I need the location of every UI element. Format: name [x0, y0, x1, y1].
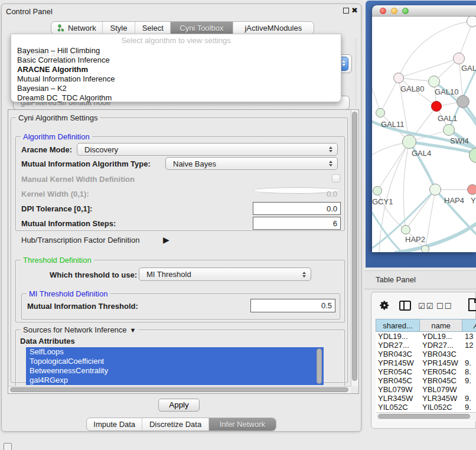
restore-icon[interactable] [343, 8, 349, 14]
table-row[interactable]: YBR045CYBR045C9. [376, 376, 476, 385]
tab-network[interactable]: Network [51, 22, 102, 34]
attribute-list-scrollbar[interactable] [317, 348, 322, 384]
table-row[interactable]: YPR145WYPR145W9. [376, 358, 476, 367]
attribute-item-selected[interactable]: gal4RGexp [26, 376, 324, 385]
which-threshold-value: MI Threshold [139, 270, 298, 279]
network-window-titlebar[interactable] [372, 5, 476, 17]
cell-value [462, 350, 465, 358]
node[interactable] [421, 245, 429, 252]
dpi-tolerance-field[interactable]: 0.0 [253, 202, 341, 215]
attribute-item-selected[interactable]: SelfLoops [26, 347, 324, 357]
tab-cyni-toolbox[interactable]: Cyni Toolbox [170, 22, 233, 34]
tab-infer-network[interactable]: Infer Network [208, 418, 276, 431]
close-icon[interactable]: ✖ [351, 6, 358, 15]
aracne-mode-combobox[interactable]: Discovery [77, 143, 338, 156]
node-label: GAL4 [412, 149, 431, 158]
table-row[interactable]: YDL19...YDL19...13 [376, 332, 476, 341]
algorithm-option[interactable]: Bayesian – K2 [17, 84, 67, 93]
algorithm-option[interactable]: Basic Correlation Inference [17, 56, 110, 65]
node-label: GCY1 [372, 197, 393, 206]
attribute-item-selected[interactable]: TopologicalCoefficient [26, 357, 324, 366]
node-label: HAP4 [444, 196, 464, 205]
tab-style[interactable]: Style [102, 22, 135, 34]
select-all-icon[interactable]: ☑☑ [418, 302, 434, 311]
network-window[interactable]: GAL GAL80 GAL10 GAL1 GAL11 SWI4 GAL4 GCY… [372, 5, 476, 252]
mi-steps-field[interactable]: 6 [253, 217, 341, 230]
network-edges [372, 17, 476, 252]
algorithm-option[interactable]: Bayesian – Hill Climbing [17, 46, 100, 56]
algorithm-option-selected[interactable]: ARACNE Algorithm [17, 65, 88, 74]
mac-close-icon[interactable] [380, 8, 386, 14]
cell-name: YDL19... [420, 332, 462, 341]
table-row[interactable]: YBL079WYBL079W [376, 385, 476, 394]
settings-hscrollbar-thumb[interactable] [10, 387, 348, 392]
tab-infer-network-label: Infer Network [220, 420, 265, 429]
node-gal4[interactable] [402, 135, 416, 149]
node-label: GAL10 [435, 87, 458, 96]
panel-grip-icon[interactable] [4, 443, 12, 450]
column-header-name[interactable]: name [419, 319, 462, 332]
tab-select[interactable]: Select [135, 22, 170, 34]
node-gal80[interactable] [393, 73, 404, 83]
sources-title-row[interactable]: Sources for Network Inference ▼ [21, 325, 138, 334]
table-row[interactable]: YLR345WYLR345W9. [376, 394, 476, 403]
cell-value: 9. [462, 358, 471, 367]
algorithm-option[interactable]: Dream8 DC_TDC Algorithm [17, 93, 112, 103]
dpi-tolerance-label: DPI Tolerance [0,1]: [21, 204, 92, 213]
node[interactable] [453, 53, 465, 64]
expand-right-icon[interactable]: ▶ [163, 235, 169, 244]
node-gal11[interactable] [376, 108, 385, 118]
cell-name: YIL052C [420, 403, 462, 412]
node-gal1-selected[interactable] [431, 101, 442, 112]
node[interactable] [467, 184, 476, 195]
cell-shared: YIL052C [376, 403, 420, 412]
settings-vscrollbar-thumb[interactable] [352, 112, 357, 381]
file-icon[interactable] [468, 298, 476, 314]
node-swi4[interactable] [443, 124, 455, 136]
window-title: Control Panel [6, 7, 53, 16]
node-gal10[interactable] [428, 76, 440, 87]
apply-button[interactable]: Apply [158, 399, 200, 412]
table-hscrollbar-thumb[interactable] [378, 414, 470, 419]
gear-icon[interactable] [379, 300, 390, 312]
node-hap2[interactable] [401, 225, 410, 234]
which-threshold-combobox[interactable]: MI Threshold [139, 268, 311, 281]
table-row[interactable]: YBR043CYBR043C [376, 350, 476, 358]
tab-discretize-data[interactable]: Discretize Data [142, 418, 208, 431]
attribute-item-selected[interactable]: BetweennessCentrality [26, 366, 324, 376]
tab-impute-data[interactable]: Impute Data [87, 418, 142, 431]
node-hap4[interactable] [429, 184, 441, 195]
manual-kernel-checkbox[interactable] [332, 174, 340, 182]
node-label: SWI4 [450, 136, 469, 145]
tab-discretize-data-label: Discretize Data [149, 420, 201, 429]
node-label: GAL80 [400, 84, 424, 93]
tab-jactivemnodules[interactable]: jActiveMNodules [233, 22, 314, 34]
cell-name: YBL079W [420, 385, 462, 394]
mac-zoom-icon[interactable] [402, 8, 409, 14]
node-label: HAP2 [405, 235, 425, 244]
node[interactable] [467, 17, 476, 27]
cell-name: YLR345W [420, 394, 462, 403]
deselect-all-icon[interactable]: ☐☐ [436, 302, 452, 311]
kernel-width-field[interactable]: 0.0 [253, 187, 341, 194]
table-row[interactable]: YIL052CYIL052C9. [376, 403, 476, 412]
column-header-shared-name[interactable]: shared... [376, 319, 420, 332]
mi-steps-label: Mutual Information Steps: [21, 219, 116, 228]
tab-network-label: Network [68, 24, 96, 32]
mi-threshold-field[interactable]: 0.5 [250, 299, 335, 312]
network-canvas[interactable]: GAL GAL80 GAL10 GAL1 GAL11 SWI4 GAL4 GCY… [372, 17, 476, 252]
hub-definition-label[interactable]: Hub/Transcription Factor Definition [21, 236, 139, 244]
mi-algorithm-type-combobox[interactable]: Naive Bayes [165, 157, 338, 170]
algorithm-option[interactable]: Mutual Information Inference [17, 74, 115, 84]
column-header-partial[interactable]: A [462, 319, 476, 332]
cell-shared: YER054C [376, 367, 420, 376]
cell-value: 13 [462, 332, 473, 341]
mac-minimize-icon[interactable] [391, 8, 397, 14]
table-row[interactable]: YER054CYER054C8. [376, 367, 476, 376]
node-gcy1[interactable] [373, 186, 382, 195]
data-attributes-label: Data Attributes [20, 337, 75, 345]
columns-icon[interactable] [399, 301, 411, 312]
table-row[interactable]: YDR27...YDR27...12 [376, 341, 476, 350]
node[interactable] [457, 95, 470, 108]
cell-shared: YPR145W [376, 358, 420, 367]
